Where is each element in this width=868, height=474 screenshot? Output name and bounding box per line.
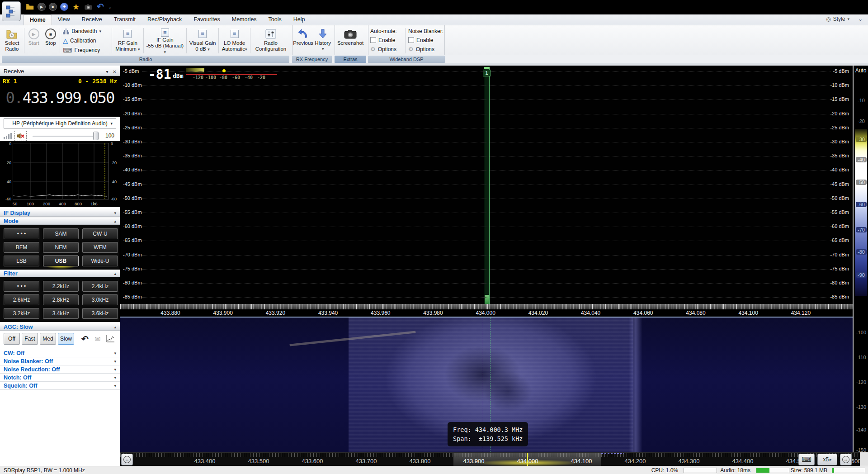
open-folder-button[interactable] [25, 2, 34, 11]
agc-button-slow[interactable]: Slow [58, 333, 74, 345]
filter-button-2-8khz[interactable]: 2.8kHz [43, 294, 79, 305]
stop-button[interactable]: ■ [49, 3, 57, 11]
agc-envelope-button[interactable]: ✉ [92, 333, 103, 344]
screenshot-button[interactable]: Screenshot [335, 26, 366, 55]
agc-undo-button[interactable]: ↶ [80, 333, 90, 344]
dsp-row-noise-blanker[interactable]: Noise Blanker: Off▾ [0, 357, 120, 365]
undo-button[interactable]: ↶ [96, 2, 105, 11]
dsp-row-squelch[interactable]: Squelch: Off▾ [0, 382, 120, 390]
favourite-button[interactable]: ★ [71, 2, 80, 11]
start-button[interactable]: ▶ Start [25, 26, 42, 55]
filter-button-3-2khz[interactable]: 3.2kHz [4, 308, 39, 319]
tab-help[interactable]: Help [288, 14, 311, 25]
tooltip-span: Span: ±139.525 kHz [453, 435, 523, 442]
select-radio-button[interactable]: Select Radio [1, 26, 23, 55]
tab-home[interactable]: Home [24, 14, 52, 25]
filter-header[interactable]: Filter ▴ [0, 270, 120, 277]
waterfall-display[interactable]: Freq: 434.000.3 MHzSpan: ±139.525 kHz [120, 318, 853, 452]
filter-button-3-6khz[interactable]: 3.6kHz [82, 308, 118, 319]
waterfall-navigation-bar[interactable]: 433.400433.500433.600433.700433.800433.9… [120, 452, 860, 466]
tab-view[interactable]: View [52, 14, 76, 25]
mode-header[interactable]: Mode ▴ [0, 217, 120, 225]
agc-button-fast[interactable]: Fast [22, 333, 38, 345]
mode-button-lsb[interactable]: LSB [4, 256, 39, 266]
close-icon[interactable]: × [113, 68, 116, 75]
app-menu-button[interactable] [2, 1, 21, 21]
lo-mode-label-1: LO Mode [224, 40, 245, 46]
style-menu[interactable]: ◎ Style ▾ ⌄ [826, 16, 863, 22]
waterfall-colour-scale[interactable]: Auto -10-20-30-40-50-60-70-80-90-100-110… [853, 66, 868, 452]
frequency-display[interactable]: RX 1 0 - 2538 Hz 0.433.999.050 [0, 76, 120, 117]
calibration-button[interactable]: △ Calibration [63, 37, 109, 45]
lo-mode-button[interactable]: ≡ LO Mode Automatic▾ [220, 26, 249, 55]
filter-button-[interactable]: • • • [4, 281, 39, 292]
colour-scale-gradient[interactable] [855, 129, 867, 296]
nav-pan-left-button[interactable]: ↔ [121, 454, 133, 465]
frequency-button[interactable]: ⌨ Frequency [63, 46, 109, 54]
dsp-row-noise-reduction[interactable]: Noise Reduction: Off▾ [0, 365, 120, 374]
audio-device-select[interactable]: HP (Périphérique High Definition Audio) … [4, 118, 116, 128]
play-button[interactable]: ▶ [38, 3, 46, 11]
nav-keyboard-button[interactable]: ⌨ [798, 454, 815, 465]
filter-button-2-4khz[interactable]: 2.4kHz [82, 281, 118, 292]
agc-button-off[interactable]: Off [4, 333, 20, 345]
receive-panel-header[interactable]: Receive ▾ × [0, 67, 120, 76]
history-button[interactable]: History ▾ [314, 26, 332, 55]
spectrum-display[interactable]: -81 dBm 1 433.880433.900433.920433.94043… [120, 66, 853, 317]
agc-graph-button[interactable] [105, 333, 116, 344]
collapse-ribbon-icon[interactable]: ⌄ [858, 16, 863, 22]
previous-button[interactable]: Previous [292, 26, 314, 55]
mode-button-nfm[interactable]: NFM [43, 242, 79, 253]
dsp-row-notch[interactable]: Notch: Off▾ [0, 374, 120, 382]
agc-header[interactable]: AGC: Slow ▴ [0, 323, 120, 331]
mode-button-cw-u[interactable]: CW-U [82, 228, 118, 239]
volume-slider-handle[interactable] [93, 132, 99, 140]
bandwidth-button[interactable]: Bandwidth ▾ [63, 27, 109, 35]
tab-receive[interactable]: Receive [76, 14, 108, 25]
record-button[interactable]: + [60, 3, 68, 11]
auto-mute-options[interactable]: ⚙Options [370, 45, 402, 53]
if-display-header[interactable]: IF Display ▾ [0, 209, 120, 217]
noise-blanker-options[interactable]: ⚙Options [408, 45, 443, 53]
tab-memories[interactable]: Memories [226, 14, 263, 25]
frequency-digits[interactable]: 0.433.999.050 [0, 89, 120, 107]
nav-zoom-button[interactable]: x5▸ [817, 454, 837, 465]
rx-marker-badge[interactable]: 1 [483, 70, 491, 76]
filter-button-3-0khz[interactable]: 3.0kHz [82, 294, 118, 305]
spectrum-frequency-ruler[interactable] [120, 304, 853, 309]
panel-collapse-icon[interactable]: ▾ [106, 69, 108, 74]
dsp-row-cw[interactable]: CW: Off▾ [0, 349, 120, 357]
filter-button-2-6khz[interactable]: 2.6kHz [4, 294, 39, 305]
ribbon-group-radio: Select Radio ▶ Start ■ Stop Bandwidth ▾ … [1, 25, 290, 55]
screenshot-quick-button[interactable] [84, 2, 93, 11]
filter-button-2-2khz[interactable]: 2.2kHz [43, 281, 79, 292]
volume-row: 100 [0, 130, 120, 142]
volume-slider-track[interactable] [33, 136, 99, 137]
colour-scale-auto-toggle[interactable]: Auto [854, 67, 868, 74]
tuned-signal-column[interactable] [484, 67, 490, 304]
mode-button-usb[interactable]: USB [43, 256, 79, 266]
auto-mute-enable[interactable]: Enable [370, 36, 402, 44]
mode-button-bfm[interactable]: BFM [4, 242, 39, 253]
noise-blanker-enable[interactable]: Enable [408, 36, 443, 44]
checkbox-icon[interactable] [408, 37, 414, 43]
rf-gain-button[interactable]: ≡ RF Gain Minimum ▾ [113, 26, 142, 55]
tab-rec-playback[interactable]: Rec/Playback [142, 14, 188, 25]
radio-configuration-button[interactable]: Radio Configuration [251, 26, 290, 55]
mode-button-wfm[interactable]: WFM [82, 242, 118, 253]
if-gain-button[interactable]: ≡ IF Gain -55 dB (Manual) ▾ [145, 26, 185, 55]
qat-overflow-button[interactable]: ⌄ [108, 5, 112, 9]
checkbox-icon[interactable] [370, 37, 376, 43]
tab-favourites[interactable]: Favourites [188, 14, 226, 25]
visual-gain-button[interactable]: ≡ Visual Gain 0 dB ▾ [188, 26, 218, 55]
filter-button-3-4khz[interactable]: 3.4kHz [43, 308, 79, 319]
stop-button[interactable]: ■ Stop [42, 26, 59, 55]
agc-button-med[interactable]: Med [40, 333, 56, 345]
mute-button[interactable] [14, 131, 27, 141]
mode-button-wide-u[interactable]: Wide-U [82, 256, 118, 266]
mode-button-[interactable]: • • • [4, 228, 39, 239]
tab-transmit[interactable]: Transmit [108, 14, 142, 25]
mode-button-sam[interactable]: SAM [43, 228, 79, 239]
tab-tools[interactable]: Tools [263, 14, 288, 25]
nav-pan-right-button[interactable]: ↔ [840, 454, 852, 465]
